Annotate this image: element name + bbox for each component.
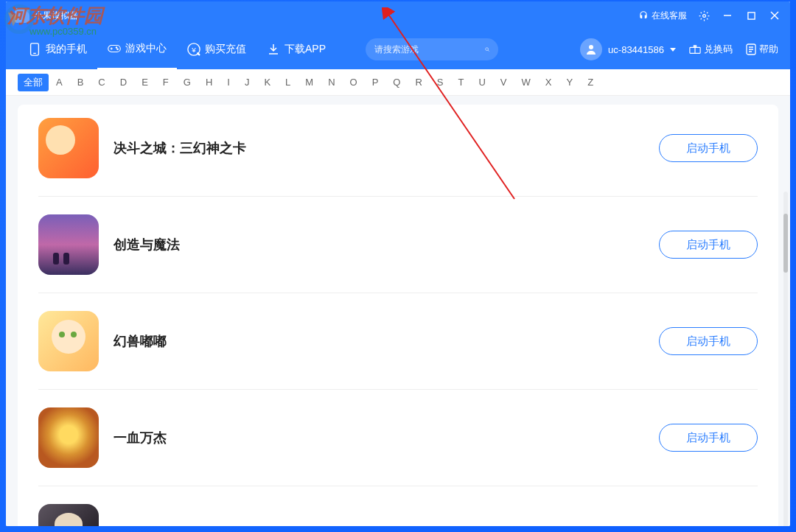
game-name[interactable]: 幻兽嘟嘟 — [114, 332, 659, 350]
game-name[interactable]: 创造与魔法 — [114, 236, 659, 253]
game-icon[interactable] — [38, 311, 99, 371]
redeem-code-link[interactable]: 兑换码 — [689, 43, 733, 56]
svg-point-0 — [702, 14, 705, 17]
content-area: 决斗之城：三幻神之卡 启动手机 创造与魔法 启动手机 幻兽嘟嘟 启动手机 一血万… — [6, 96, 790, 526]
settings-button[interactable] — [697, 9, 711, 22]
phone-icon — [28, 43, 41, 56]
alpha-filter-l[interactable]: L — [278, 74, 298, 91]
alphabet-filter-bar: 全部 A B C D E F G H I J K L M N O P Q R S… — [6, 69, 790, 96]
nav-download-app[interactable]: 下载APP — [256, 29, 336, 69]
titlebar: 小果模拟器 在线客服 — [6, 1, 790, 29]
help-link[interactable]: 帮助 — [746, 43, 778, 56]
close-icon — [770, 11, 779, 20]
game-row: 幻兽嘟嘟 启动手机 — [38, 293, 758, 390]
help-icon — [746, 43, 756, 55]
maximize-icon — [747, 12, 755, 20]
scrollbar[interactable] — [783, 192, 788, 526]
game-row: 决斗之城：三幻神之卡 启动手机 — [38, 105, 758, 197]
alpha-filter-w[interactable]: W — [514, 74, 538, 91]
svg-point-17 — [486, 48, 489, 51]
game-list: 决斗之城：三幻神之卡 启动手机 创造与魔法 启动手机 幻兽嘟嘟 启动手机 一血万… — [18, 105, 778, 526]
launch-phone-button[interactable]: 启动手机 — [659, 327, 758, 355]
alpha-filter-u[interactable]: U — [471, 74, 492, 91]
svg-line-18 — [488, 50, 489, 52]
alpha-filter-v[interactable]: V — [493, 74, 514, 91]
alpha-filter-c[interactable]: C — [91, 74, 112, 91]
launch-phone-button[interactable]: 启动手机 — [659, 424, 758, 452]
nav-recharge[interactable]: ¥ 购买充值 — [177, 29, 256, 69]
chevron-down-icon — [670, 48, 676, 52]
alpha-filter-o[interactable]: O — [343, 74, 365, 91]
nav-my-phone[interactable]: 我的手机 — [18, 29, 97, 69]
alpha-filter-x[interactable]: X — [538, 74, 559, 91]
gamepad-icon — [108, 42, 121, 55]
username: uc-83441586 — [608, 44, 664, 55]
alpha-filter-b[interactable]: B — [70, 74, 91, 91]
svg-point-11 — [117, 49, 119, 50]
alpha-filter-all[interactable]: 全部 — [18, 74, 49, 91]
game-row: 一血万杰 启动手机 — [38, 390, 758, 486]
minimize-button[interactable] — [721, 9, 734, 22]
headset-icon — [638, 10, 649, 21]
search-box[interactable] — [366, 38, 498, 60]
alpha-filter-n[interactable]: N — [321, 74, 342, 91]
game-icon[interactable] — [38, 118, 99, 178]
alpha-filter-z[interactable]: Z — [580, 74, 601, 91]
game-icon[interactable] — [38, 214, 99, 275]
maximize-button[interactable] — [744, 9, 758, 22]
alpha-filter-a[interactable]: A — [49, 74, 70, 91]
alpha-filter-k[interactable]: K — [256, 74, 278, 91]
alpha-filter-g[interactable]: G — [176, 74, 198, 91]
game-row — [38, 486, 758, 526]
app-title: 小果模拟器 — [34, 10, 638, 22]
alpha-filter-p[interactable]: P — [365, 74, 386, 91]
alpha-filter-j[interactable]: J — [237, 74, 257, 91]
alpha-filter-m[interactable]: M — [298, 74, 321, 91]
game-name[interactable]: 决斗之城：三幻神之卡 — [114, 139, 659, 157]
minimize-icon — [723, 11, 732, 20]
launch-phone-button[interactable]: 启动手机 — [659, 231, 758, 259]
launch-phone-button[interactable]: 启动手机 — [659, 134, 758, 162]
svg-text:¥: ¥ — [191, 46, 196, 54]
avatar-icon — [580, 38, 602, 60]
main-toolbar: 我的手机 游戏中心 ¥ 购买充值 下载APP uc-83441586 — [6, 29, 790, 69]
game-icon[interactable] — [38, 407, 99, 468]
app-logo-icon — [15, 8, 29, 23]
game-row: 创造与魔法 启动手机 — [38, 197, 758, 293]
close-button[interactable] — [768, 9, 781, 22]
alpha-filter-t[interactable]: T — [451, 74, 472, 91]
game-name[interactable]: 一血万杰 — [114, 429, 659, 447]
yen-icon: ¥ — [187, 43, 200, 56]
download-icon — [267, 43, 280, 56]
alpha-filter-s[interactable]: S — [430, 74, 451, 91]
nav-game-center[interactable]: 游戏中心 — [97, 29, 177, 69]
alpha-filter-y[interactable]: Y — [559, 74, 580, 91]
svg-rect-2 — [747, 12, 754, 18]
alpha-filter-d[interactable]: D — [113, 74, 134, 91]
app-window: 小果模拟器 在线客服 我的手机 游戏中 — [6, 1, 790, 526]
gear-icon — [699, 10, 710, 21]
svg-rect-7 — [108, 46, 121, 52]
scrollbar-thumb[interactable] — [783, 214, 788, 273]
svg-point-10 — [116, 47, 117, 49]
alpha-filter-i[interactable]: I — [220, 74, 237, 91]
gift-icon — [689, 44, 701, 55]
alpha-filter-e[interactable]: E — [134, 74, 156, 91]
online-service-button[interactable]: 在线客服 — [638, 10, 687, 22]
game-icon[interactable] — [38, 504, 99, 526]
alpha-filter-r[interactable]: R — [408, 74, 429, 91]
svg-point-19 — [589, 45, 593, 49]
user-menu[interactable]: uc-83441586 — [580, 38, 676, 60]
alpha-filter-q[interactable]: Q — [385, 74, 408, 91]
search-input[interactable] — [374, 44, 485, 55]
alpha-filter-f[interactable]: F — [156, 74, 176, 91]
alpha-filter-h[interactable]: H — [198, 74, 220, 91]
search-icon[interactable] — [485, 44, 489, 55]
